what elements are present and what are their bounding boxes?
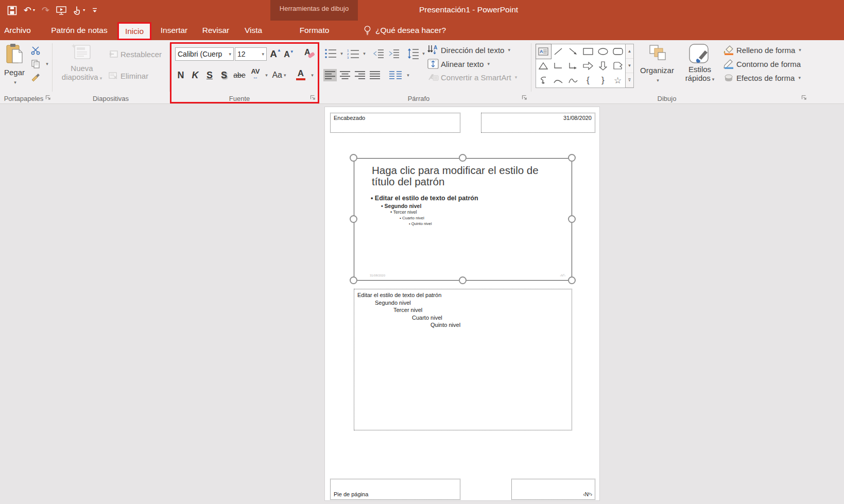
shape-rectangle[interactable] <box>581 44 596 59</box>
line-spacing-dropdown[interactable] <box>420 48 425 59</box>
shape-left-brace[interactable]: { <box>581 73 596 88</box>
convert-smartart-button[interactable]: Convertir a SmartArt <box>427 73 517 82</box>
selection-handle[interactable] <box>568 215 576 223</box>
underline-button[interactable]: S <box>204 69 215 81</box>
shape-elbow-connector[interactable] <box>551 59 566 73</box>
delete-slide-button[interactable]: Eliminar <box>108 71 148 80</box>
columns-dropdown[interactable] <box>405 70 410 80</box>
selection-handle[interactable] <box>459 154 467 162</box>
format-painter-button[interactable] <box>29 72 42 82</box>
align-center-button[interactable] <box>338 69 352 81</box>
text-shadow-button[interactable]: S <box>218 69 230 81</box>
parrafo-dialog-launcher[interactable] <box>522 95 529 102</box>
selection-handle[interactable] <box>568 276 576 284</box>
align-text-button[interactable]: Alinear texto <box>427 59 490 69</box>
line-spacing-button[interactable] <box>406 46 420 61</box>
shape-star[interactable]: ☆ <box>610 73 625 88</box>
tab-patron-de-notas[interactable]: Patrón de notas <box>43 21 115 40</box>
shape-arrow[interactable] <box>566 44 581 59</box>
shape-arc[interactable] <box>551 73 566 88</box>
notes-body-placeholder[interactable]: Editar el estilo de texto del patrón Seg… <box>354 289 572 430</box>
shape-down-arrow[interactable] <box>595 59 610 73</box>
selection-handle[interactable] <box>350 154 357 162</box>
touch-mode-button[interactable]: ▾ <box>73 6 85 15</box>
copy-button[interactable] <box>29 59 42 69</box>
numbering-button[interactable]: 123 <box>346 47 360 60</box>
new-slide-button[interactable]: Nueva diapositiva <box>62 43 102 91</box>
selection-handle[interactable] <box>350 276 357 284</box>
gallery-scroll-up[interactable]: ▲ <box>626 44 633 59</box>
shape-effects-button[interactable]: Efectos de forma <box>723 73 801 83</box>
shape-line[interactable] <box>551 44 566 59</box>
shape-right-arrow[interactable] <box>581 59 596 73</box>
arrange-button[interactable]: Organizar <box>639 43 676 92</box>
shape-oval[interactable] <box>595 44 610 59</box>
font-color-dropdown[interactable] <box>309 70 314 80</box>
justify-button[interactable] <box>368 69 382 81</box>
undo-button[interactable]: ↶▾ <box>24 6 35 15</box>
date-placeholder[interactable]: 31/08/2020 <box>481 113 595 133</box>
dibujo-dialog-launcher[interactable] <box>801 95 808 102</box>
tab-insertar[interactable]: Insertar <box>157 21 191 40</box>
slide-image-placeholder[interactable]: Haga clic para modificar el estilo de tí… <box>354 158 572 281</box>
tab-revisar[interactable]: Revisar <box>199 21 232 40</box>
strikethrough-button[interactable]: abe <box>232 69 247 81</box>
shape-fill-button[interactable]: Relleno de forma <box>723 45 801 55</box>
tab-formato[interactable]: Formato <box>285 21 344 40</box>
selection-handle[interactable] <box>568 154 576 162</box>
notes-master-page[interactable]: Encabezado 31/08/2020 Haga clic para mod… <box>324 107 600 501</box>
text-direction-button[interactable]: A Dirección del texto <box>427 45 510 55</box>
tab-inicio[interactable]: Inicio <box>117 22 151 40</box>
font-color-button[interactable]: A <box>295 68 307 81</box>
shape-text-box[interactable]: A <box>536 44 551 59</box>
align-left-button[interactable] <box>323 69 337 81</box>
copy-dropdown[interactable] <box>43 60 49 68</box>
selection-handle[interactable] <box>350 215 357 223</box>
change-case-button[interactable]: Aa <box>270 69 288 81</box>
paste-dropdown[interactable] <box>12 77 16 86</box>
character-spacing-dropdown[interactable] <box>263 70 268 80</box>
shape-right-brace[interactable]: } <box>595 73 610 88</box>
decrease-indent-button[interactable] <box>372 47 385 60</box>
decrease-font-button[interactable]: A▼ <box>283 48 295 61</box>
portapapeles-dialog-launcher[interactable] <box>45 95 53 102</box>
shape-curve[interactable] <box>566 73 581 88</box>
align-right-button[interactable] <box>353 69 367 81</box>
font-name-combobox[interactable]: Calibri (Cuerp ▾ <box>175 47 234 61</box>
selection-handle[interactable] <box>459 276 467 284</box>
redo-button[interactable]: ↷ <box>42 6 49 15</box>
shape-rounded-rectangle[interactable] <box>610 44 625 59</box>
bullets-button[interactable] <box>323 47 338 60</box>
customize-qat-button[interactable] <box>92 7 98 13</box>
numbering-dropdown[interactable] <box>361 48 366 59</box>
shape-scribble[interactable] <box>536 73 551 88</box>
chevron-down-icon[interactable]: ▾ <box>260 51 264 57</box>
slide-number-placeholder[interactable]: ‹Nº› <box>511 479 595 500</box>
increase-font-button[interactable]: A▲ <box>269 47 282 61</box>
footer-placeholder[interactable]: Pie de página <box>330 479 460 500</box>
bold-button[interactable]: N <box>175 69 186 81</box>
fuente-dialog-launcher[interactable] <box>310 95 317 102</box>
font-size-combobox[interactable]: 12 ▾ <box>235 47 267 61</box>
chevron-down-icon[interactable]: ▾ <box>227 51 231 57</box>
gallery-more-button[interactable]: ⊽ <box>626 73 633 88</box>
shape-elbow-arrow-connector[interactable] <box>566 59 581 73</box>
cut-button[interactable] <box>29 45 42 56</box>
tell-me-box[interactable]: ¿Qué desea hacer? <box>364 21 446 40</box>
arrange-dropdown[interactable] <box>655 75 659 84</box>
header-placeholder[interactable]: Encabezado <box>330 113 460 133</box>
tab-archivo[interactable]: Archivo <box>3 21 32 40</box>
shape-triangle[interactable] <box>536 59 551 73</box>
quick-styles-button[interactable]: Estilos rápidos <box>681 43 719 92</box>
save-button[interactable] <box>7 6 17 15</box>
italic-button[interactable]: K <box>190 69 201 81</box>
start-presentation-button[interactable] <box>56 6 66 15</box>
columns-button[interactable] <box>388 69 403 81</box>
increase-indent-button[interactable] <box>387 47 401 60</box>
clear-formatting-button[interactable]: A <box>303 46 316 61</box>
character-spacing-button[interactable]: AV↔ <box>249 67 262 81</box>
shape-snip-corner[interactable] <box>610 59 625 73</box>
paste-button[interactable]: Pegar <box>3 43 26 90</box>
gallery-scroll-down[interactable]: ▼ <box>626 59 633 73</box>
bullets-dropdown[interactable] <box>338 48 343 59</box>
